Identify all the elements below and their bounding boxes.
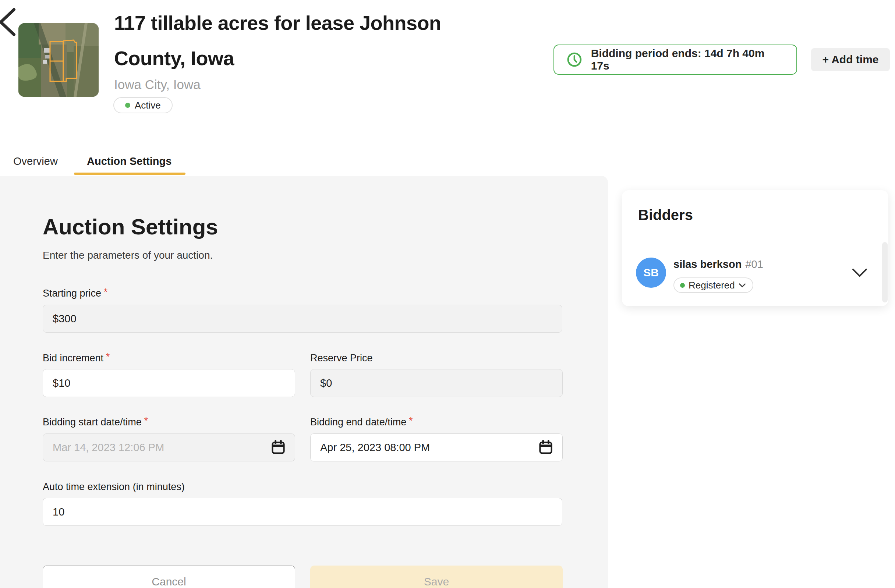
required-marker: *: [106, 351, 110, 362]
bidders-scrollbar[interactable]: [882, 242, 887, 303]
starting-price-input[interactable]: [43, 305, 562, 333]
chevron-left-icon: [0, 7, 21, 38]
bidder-status-label: Registered: [689, 280, 735, 291]
bid-increment-label: Bid increment*: [43, 353, 110, 364]
tab-auction-settings[interactable]: Auction Settings: [87, 155, 171, 167]
status-badge: Active: [113, 97, 173, 113]
bidder-expand-button[interactable]: [851, 267, 869, 279]
listing-thumbnail: [18, 23, 99, 97]
active-tab-underline: [74, 173, 185, 175]
bidding-end-input[interactable]: [310, 433, 563, 461]
bidders-card: Bidders SB silas berkson#01 Registered: [622, 190, 888, 306]
bidding-end-label: Bidding end date/time*: [310, 417, 413, 428]
starting-price-label: Starting price*: [43, 288, 108, 299]
bidder-avatar: SB: [636, 258, 666, 288]
clock-icon: [566, 51, 583, 68]
listing-location: Iowa City, Iowa: [114, 77, 200, 92]
auto-extension-label: Auto time extension (in minutes): [43, 481, 185, 493]
chevron-down-icon: [851, 267, 869, 279]
tab-overview[interactable]: Overview: [13, 155, 58, 167]
save-button[interactable]: Save: [310, 565, 563, 588]
satellite-image: [18, 23, 99, 97]
status-label: Active: [135, 100, 161, 111]
bid-increment-input[interactable]: [43, 369, 295, 397]
form-subheading: Enter the parameters of your auction.: [43, 250, 213, 261]
bidder-status-dropdown[interactable]: Registered: [674, 277, 753, 293]
reserve-price-label: Reserve Price: [310, 353, 373, 364]
page-title: 117 tillable acres for lease Johnson Cou…: [114, 5, 508, 76]
add-time-button[interactable]: + Add time: [811, 48, 890, 71]
registered-dot-icon: [680, 283, 685, 288]
cancel-button[interactable]: Cancel: [43, 565, 295, 588]
bidders-heading: Bidders: [638, 207, 693, 223]
back-button[interactable]: [0, 7, 21, 38]
bidder-initials: SB: [643, 267, 659, 279]
auto-extension-input[interactable]: [43, 498, 562, 526]
form-heading: Auction Settings: [43, 214, 218, 239]
bidder-name: silas berkson#01: [674, 258, 763, 270]
reserve-price-input[interactable]: [310, 369, 563, 397]
bidding-start-input[interactable]: [43, 433, 295, 461]
bidding-period-text: Bidding period ends: 14d 7h 40m 17s: [591, 47, 784, 72]
chevron-down-icon: [739, 283, 746, 288]
bidder-number: #01: [745, 258, 763, 270]
required-marker: *: [144, 415, 148, 426]
bidding-start-label: Bidding start date/time*: [43, 417, 148, 428]
required-marker: *: [104, 286, 108, 297]
status-dot-icon: [125, 103, 130, 108]
required-marker: *: [409, 415, 413, 426]
bidding-period-banner: Bidding period ends: 14d 7h 40m 17s: [554, 44, 797, 75]
